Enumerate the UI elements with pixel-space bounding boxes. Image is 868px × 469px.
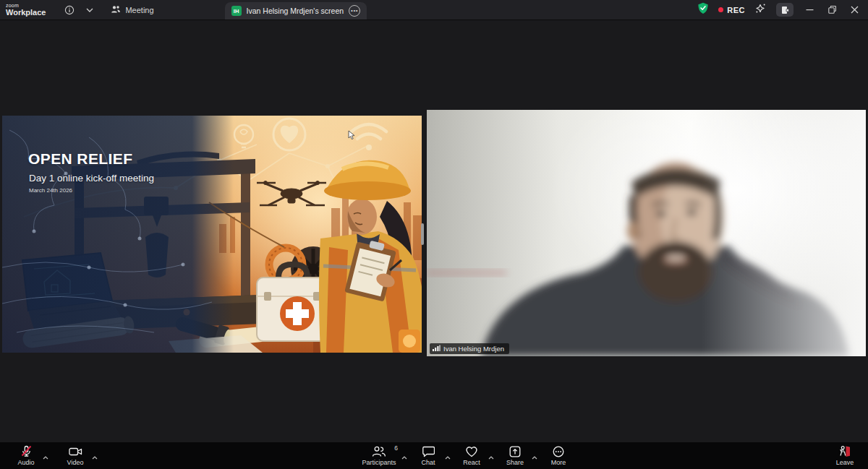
tab-meeting[interactable]: Meeting (111, 5, 153, 15)
maximize-button[interactable] (825, 6, 838, 14)
more-ellipsis-icon (553, 445, 564, 457)
connection-signal-icon (433, 345, 441, 353)
title-bar: zoom Workplace Meeting IH Ivan Helsing M… (0, 0, 868, 20)
participants-icon (372, 445, 386, 457)
security-shield-icon[interactable] (697, 2, 709, 17)
react-options-caret[interactable] (488, 449, 494, 462)
audio-button[interactable]: Audio (10, 445, 42, 466)
slide-subtitle: Day 1 online kick-off meeting (29, 173, 154, 184)
participant-name-tag: Ivan Helsing Mrdjen (430, 343, 509, 354)
close-button[interactable] (848, 6, 861, 14)
participants-count-badge: 6 (394, 444, 398, 452)
tab-options-icon[interactable]: ••• (349, 5, 360, 17)
recording-dot-icon (718, 7, 723, 12)
recording-indicator[interactable]: REC (718, 6, 745, 14)
audio-options-caret[interactable] (43, 449, 48, 462)
video-camera-icon (69, 445, 82, 457)
pane-resize-handle[interactable] (421, 223, 424, 245)
more-label: More (551, 459, 566, 466)
logo-line1: zoom (6, 3, 46, 8)
aid-worker-illustration (319, 160, 422, 353)
tab-shared-screen-label: Ivan Helsing Mrdjen's screen (247, 7, 344, 15)
video-label: Video (67, 459, 84, 466)
minimize-button[interactable] (803, 6, 816, 14)
recording-label: REC (727, 6, 745, 14)
chat-bubble-icon (422, 445, 435, 457)
share-options-caret[interactable] (532, 449, 537, 462)
side-panel-icon[interactable] (776, 3, 793, 17)
video-button[interactable]: Video (59, 445, 91, 466)
chat-options-caret[interactable] (445, 449, 451, 462)
participant-video-tile[interactable]: Ivan Helsing Mrdjen (427, 110, 866, 356)
leave-label: Leave (836, 459, 854, 466)
video-options-caret[interactable] (92, 449, 98, 462)
logo-line2: Workplace (6, 9, 46, 17)
heart-icon (465, 445, 478, 457)
leave-door-icon (838, 445, 851, 457)
more-button[interactable]: More (542, 445, 574, 466)
share-screen-icon (509, 445, 521, 457)
react-button[interactable]: React (456, 445, 488, 466)
meeting-toolbar: Audio Video (0, 442, 868, 469)
slide-date: March 24th 2026 (29, 187, 72, 194)
participants-button[interactable]: 6 Participants (357, 445, 401, 466)
audio-label: Audio (17, 459, 34, 466)
participant-video-feed (427, 110, 866, 356)
share-button[interactable]: Share (499, 445, 531, 466)
ai-companion-icon[interactable] (754, 2, 767, 17)
microphone-muted-icon (20, 445, 33, 457)
participants-options-caret[interactable] (401, 449, 407, 462)
chevron-down-icon[interactable] (86, 8, 93, 12)
participants-label: Participants (362, 459, 396, 466)
react-label: React (463, 459, 480, 466)
participant-initials-badge: IH (231, 6, 242, 16)
shared-screen-view[interactable]: OPEN RELIEF Day 1 online kick-off meetin… (2, 116, 422, 353)
share-label: Share (506, 459, 524, 466)
tab-meeting-label: Meeting (125, 6, 153, 14)
info-icon[interactable] (64, 5, 75, 15)
participant-name: Ivan Helsing Mrdjen (443, 345, 504, 353)
slide-title: OPEN RELIEF (28, 150, 132, 168)
leave-button[interactable]: Leave (829, 445, 861, 466)
tab-shared-screen[interactable]: IH Ivan Helsing Mrdjen's screen ••• (225, 2, 367, 20)
chat-button[interactable]: Chat (412, 445, 444, 466)
chat-label: Chat (421, 459, 435, 466)
titlebar-controls: REC (697, 2, 861, 17)
people-icon (111, 5, 121, 15)
zoom-workplace-logo: zoom Workplace (6, 3, 46, 17)
